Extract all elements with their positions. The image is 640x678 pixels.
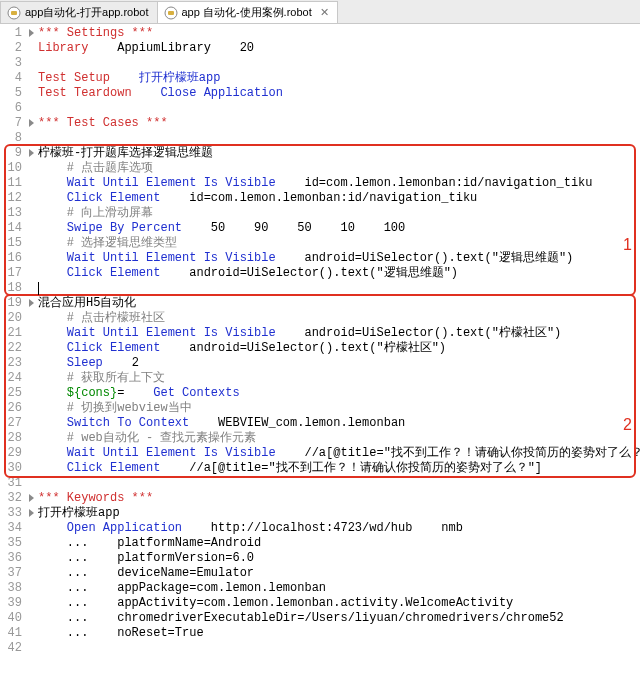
- code-content: 打开柠檬班app: [28, 506, 120, 521]
- robot-file-icon: [164, 6, 178, 20]
- code-content: Swipe By Percent 50 90 50 10 100: [28, 221, 405, 236]
- code-line[interactable]: 7*** Test Cases ***: [0, 116, 640, 131]
- code-content: 柠檬班-打开题库选择逻辑思维题: [28, 146, 213, 161]
- tab-bar: app自动化-打开app.robot app 自动化-使用案例.robot ✕: [0, 0, 640, 24]
- gutter-line-number: 17: [0, 266, 28, 281]
- code-line[interactable]: 15 # 选择逻辑思维类型: [0, 236, 640, 251]
- code-content: # 选择逻辑思维类型: [28, 236, 177, 251]
- code-line[interactable]: 41 ... noReset=True: [0, 626, 640, 641]
- code-line[interactable]: 16 Wait Until Element Is Visible android…: [0, 251, 640, 266]
- code-line[interactable]: 26 # 切换到webview当中: [0, 401, 640, 416]
- code-content: Click Element //a[@title="找不到工作？！请确认你投简历…: [28, 461, 542, 476]
- code-content: Test Teardown Close Application: [28, 86, 283, 101]
- gutter-line-number: 39: [0, 596, 28, 611]
- gutter-line-number: 6: [0, 101, 28, 116]
- gutter-line-number: 33: [0, 506, 28, 521]
- gutter-line-number: 1: [0, 26, 28, 41]
- code-content: [28, 101, 38, 116]
- code-line[interactable]: 31: [0, 476, 640, 491]
- code-content: [28, 476, 38, 491]
- code-content: ${cons}= Get Contexts: [28, 386, 240, 401]
- code-line[interactable]: 5Test Teardown Close Application: [0, 86, 640, 101]
- code-content: ... appPackage=com.lemon.lemonban: [28, 581, 326, 596]
- code-line[interactable]: 29 Wait Until Element Is Visible //a[@ti…: [0, 446, 640, 461]
- gutter-line-number: 38: [0, 581, 28, 596]
- code-content: 混合应用H5自动化: [28, 296, 136, 311]
- code-line[interactable]: 38 ... appPackage=com.lemon.lemonban: [0, 581, 640, 596]
- code-line[interactable]: 22 Click Element android=UiSelector().te…: [0, 341, 640, 356]
- code-line[interactable]: 1*** Settings ***: [0, 26, 640, 41]
- code-line[interactable]: 14 Swipe By Percent 50 90 50 10 100: [0, 221, 640, 236]
- code-line[interactable]: 34 Open Application http://localhost:472…: [0, 521, 640, 536]
- code-line[interactable]: 40 ... chromedriverExecutableDir=/Users/…: [0, 611, 640, 626]
- code-content: ... deviceName=Emulator: [28, 566, 254, 581]
- code-content: ... appActivity=com.lemon.lemonban.activ…: [28, 596, 513, 611]
- code-line[interactable]: 27 Switch To Context WEBVIEW_com.lemon.l…: [0, 416, 640, 431]
- code-content: ... chromedriverExecutableDir=/Users/liy…: [28, 611, 564, 626]
- tab-file-1[interactable]: app自动化-打开app.robot: [0, 1, 158, 23]
- gutter-line-number: 8: [0, 131, 28, 146]
- close-icon[interactable]: ✕: [320, 6, 329, 19]
- code-line[interactable]: 3: [0, 56, 640, 71]
- code-content: [28, 56, 38, 71]
- code-line[interactable]: 17 Click Element android=UiSelector().te…: [0, 266, 640, 281]
- svg-rect-1: [11, 11, 17, 15]
- code-line[interactable]: 9柠檬班-打开题库选择逻辑思维题: [0, 146, 640, 161]
- gutter-line-number: 16: [0, 251, 28, 266]
- code-content: [28, 641, 38, 656]
- code-content: # 切换到webview当中: [28, 401, 192, 416]
- code-content: Click Element id=com.lemon.lemonban:id/n…: [28, 191, 477, 206]
- gutter-line-number: 14: [0, 221, 28, 236]
- gutter-line-number: 41: [0, 626, 28, 641]
- gutter-line-number: 27: [0, 416, 28, 431]
- code-line[interactable]: 18: [0, 281, 640, 296]
- code-line[interactable]: 25 ${cons}= Get Contexts: [0, 386, 640, 401]
- code-line[interactable]: 20 # 点击柠檬班社区: [0, 311, 640, 326]
- code-line[interactable]: 36 ... platformVersion=6.0: [0, 551, 640, 566]
- code-content: Click Element android=UiSelector().text(…: [28, 266, 458, 281]
- code-line[interactable]: 13 # 向上滑动屏幕: [0, 206, 640, 221]
- gutter-line-number: 21: [0, 326, 28, 341]
- code-content: Wait Until Element Is Visible android=Ui…: [28, 326, 561, 341]
- code-line[interactable]: 6: [0, 101, 640, 116]
- code-line[interactable]: 21 Wait Until Element Is Visible android…: [0, 326, 640, 341]
- gutter-line-number: 10: [0, 161, 28, 176]
- code-line[interactable]: 23 Sleep 2: [0, 356, 640, 371]
- gutter-line-number: 19: [0, 296, 28, 311]
- gutter-line-number: 37: [0, 566, 28, 581]
- code-line[interactable]: 11 Wait Until Element Is Visible id=com.…: [0, 176, 640, 191]
- code-line[interactable]: 4Test Setup 打开柠檬班app: [0, 71, 640, 86]
- code-content: Wait Until Element Is Visible //a[@title…: [28, 446, 640, 461]
- code-line[interactable]: 30 Click Element //a[@title="找不到工作？！请确认你…: [0, 461, 640, 476]
- code-content: *** Settings ***: [28, 26, 153, 41]
- code-line[interactable]: 10 # 点击题库选项: [0, 161, 640, 176]
- gutter-line-number: 18: [0, 281, 28, 296]
- code-line[interactable]: 2Library AppiumLibrary 20: [0, 41, 640, 56]
- gutter-line-number: 35: [0, 536, 28, 551]
- code-line[interactable]: 39 ... appActivity=com.lemon.lemonban.ac…: [0, 596, 640, 611]
- gutter-line-number: 23: [0, 356, 28, 371]
- gutter-line-number: 30: [0, 461, 28, 476]
- code-line[interactable]: 19混合应用H5自动化: [0, 296, 640, 311]
- code-line[interactable]: 32*** Keywords ***: [0, 491, 640, 506]
- text-cursor: [38, 282, 39, 295]
- code-line[interactable]: 28 # web自动化 - 查找元素操作元素: [0, 431, 640, 446]
- code-line[interactable]: 12 Click Element id=com.lemon.lemonban:i…: [0, 191, 640, 206]
- code-content: Sleep 2: [28, 356, 139, 371]
- gutter-line-number: 4: [0, 71, 28, 86]
- gutter-line-number: 2: [0, 41, 28, 56]
- gutter-line-number: 26: [0, 401, 28, 416]
- code-line[interactable]: 42: [0, 641, 640, 656]
- code-content: # 点击题库选项: [28, 161, 153, 176]
- code-line[interactable]: 33打开柠檬班app: [0, 506, 640, 521]
- gutter-line-number: 34: [0, 521, 28, 536]
- code-line[interactable]: 37 ... deviceName=Emulator: [0, 566, 640, 581]
- code-editor[interactable]: 1*** Settings ***2Library AppiumLibrary …: [0, 24, 640, 656]
- gutter-line-number: 36: [0, 551, 28, 566]
- gutter-line-number: 5: [0, 86, 28, 101]
- gutter-line-number: 24: [0, 371, 28, 386]
- code-line[interactable]: 8: [0, 131, 640, 146]
- code-line[interactable]: 24 # 获取所有上下文: [0, 371, 640, 386]
- tab-file-2[interactable]: app 自动化-使用案例.robot ✕: [157, 1, 338, 23]
- code-line[interactable]: 35 ... platformName=Android: [0, 536, 640, 551]
